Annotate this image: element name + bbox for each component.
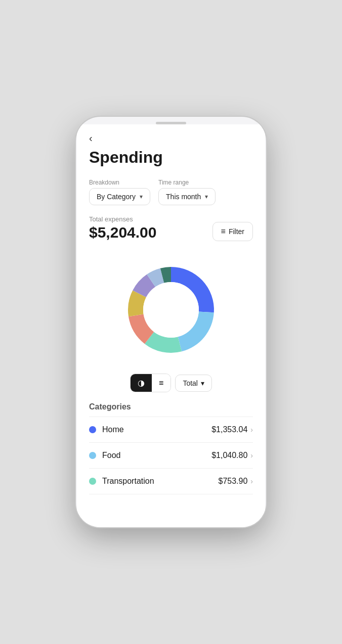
categories-list: Home $1,353.04 › Food $1,040.80 › Transp… <box>89 417 253 494</box>
category-name: Food <box>102 451 211 460</box>
header: ‹ Spending <box>77 124 265 179</box>
chart-icon: ◑ <box>138 378 145 388</box>
total-amount: $5,204.00 <box>89 224 156 241</box>
breakdown-value: By Category <box>97 193 136 201</box>
list-icon: ≡ <box>159 379 163 388</box>
timerange-filter-group: Time range This month ▾ <box>158 179 216 205</box>
timerange-dropdown[interactable]: This month ▾ <box>158 188 216 205</box>
back-button[interactable]: ‹ <box>89 132 93 144</box>
category-amount: $753.90 <box>218 477 247 486</box>
timerange-chevron-icon: ▾ <box>205 193 208 200</box>
timerange-label: Time range <box>158 179 216 186</box>
category-dot <box>89 478 96 485</box>
total-dropdown-label: Total <box>183 379 198 387</box>
category-chevron-icon: › <box>250 451 253 459</box>
total-label: Total expenses <box>89 215 156 223</box>
categories-title: Categories <box>89 402 253 411</box>
filter-button-label: Filter <box>229 227 244 236</box>
category-item[interactable]: Home $1,353.04 › <box>89 417 253 443</box>
category-dot <box>89 452 96 459</box>
donut-chart <box>115 254 227 365</box>
breakdown-dropdown[interactable]: By Category ▾ <box>89 188 150 205</box>
category-amount: $1,353.04 <box>211 425 247 434</box>
total-dropdown-chevron-icon: ▾ <box>201 379 204 387</box>
filter-icon: ≡ <box>221 227 226 236</box>
timerange-value: This month <box>166 193 201 201</box>
categories-section: Categories Home $1,353.04 › Food $1,040.… <box>77 402 265 494</box>
breakdown-chevron-icon: ▾ <box>140 193 143 200</box>
total-section: Total expenses $5,204.00 ≡ Filter <box>77 215 265 241</box>
category-item[interactable]: Transportation $753.90 › <box>89 469 253 494</box>
category-chevron-icon: › <box>250 477 253 485</box>
donut-chart-container <box>77 249 265 374</box>
breakdown-label: Breakdown <box>89 179 150 186</box>
total-dropdown[interactable]: Total ▾ <box>175 375 212 392</box>
svg-point-0 <box>143 282 199 338</box>
page-title: Spending <box>89 148 253 167</box>
category-dot <box>89 426 96 433</box>
category-name: Home <box>102 425 211 434</box>
chart-toggle-row: ◑ ≡ Total ▾ <box>77 374 265 392</box>
category-item[interactable]: Food $1,040.80 › <box>89 443 253 469</box>
filter-button[interactable]: ≡ Filter <box>212 222 253 241</box>
filters-row: Breakdown By Category ▾ Time range This … <box>77 179 265 205</box>
category-chevron-icon: › <box>250 426 253 434</box>
breakdown-filter-group: Breakdown By Category ▾ <box>89 179 150 205</box>
total-info: Total expenses $5,204.00 <box>89 215 156 241</box>
view-toggle-group: ◑ ≡ <box>130 374 171 392</box>
category-amount: $1,040.80 <box>211 451 247 460</box>
list-view-button[interactable]: ≡ <box>152 374 170 392</box>
chart-view-button[interactable]: ◑ <box>131 374 152 392</box>
category-name: Transportation <box>102 477 218 486</box>
